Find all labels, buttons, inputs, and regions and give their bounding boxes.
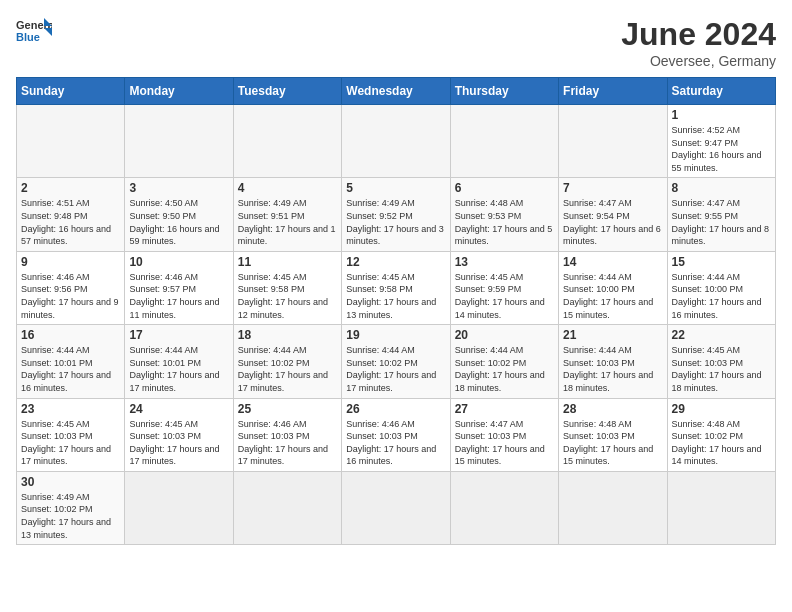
day-info: Sunrise: 4:44 AM Sunset: 10:02 PM Daylig… xyxy=(238,344,337,394)
day-number: 17 xyxy=(129,328,228,342)
day-info: Sunrise: 4:45 AM Sunset: 10:03 PM Daylig… xyxy=(672,344,771,394)
calendar-cell: 14Sunrise: 4:44 AM Sunset: 10:00 PM Dayl… xyxy=(559,251,667,324)
calendar-cell: 9Sunrise: 4:46 AM Sunset: 9:56 PM Daylig… xyxy=(17,251,125,324)
calendar-table: SundayMondayTuesdayWednesdayThursdayFrid… xyxy=(16,77,776,545)
weekday-header-wednesday: Wednesday xyxy=(342,78,450,105)
day-number: 10 xyxy=(129,255,228,269)
calendar-cell: 12Sunrise: 4:45 AM Sunset: 9:58 PM Dayli… xyxy=(342,251,450,324)
calendar-cell: 6Sunrise: 4:48 AM Sunset: 9:53 PM Daylig… xyxy=(450,178,558,251)
weekday-header-sunday: Sunday xyxy=(17,78,125,105)
day-number: 27 xyxy=(455,402,554,416)
calendar-cell xyxy=(450,105,558,178)
day-info: Sunrise: 4:46 AM Sunset: 9:56 PM Dayligh… xyxy=(21,271,120,321)
day-info: Sunrise: 4:49 AM Sunset: 10:02 PM Daylig… xyxy=(21,491,120,541)
calendar-cell: 2Sunrise: 4:51 AM Sunset: 9:48 PM Daylig… xyxy=(17,178,125,251)
day-number: 1 xyxy=(672,108,771,122)
day-info: Sunrise: 4:44 AM Sunset: 10:03 PM Daylig… xyxy=(563,344,662,394)
weekday-header-friday: Friday xyxy=(559,78,667,105)
day-number: 18 xyxy=(238,328,337,342)
day-number: 12 xyxy=(346,255,445,269)
title-block: June 2024 Oeversee, Germany xyxy=(621,16,776,69)
week-row-4: 16Sunrise: 4:44 AM Sunset: 10:01 PM Dayl… xyxy=(17,325,776,398)
day-number: 3 xyxy=(129,181,228,195)
calendar-cell: 19Sunrise: 4:44 AM Sunset: 10:02 PM Dayl… xyxy=(342,325,450,398)
calendar-cell: 25Sunrise: 4:46 AM Sunset: 10:03 PM Dayl… xyxy=(233,398,341,471)
day-info: Sunrise: 4:48 AM Sunset: 10:02 PM Daylig… xyxy=(672,418,771,468)
logo: General Blue xyxy=(16,16,52,44)
day-info: Sunrise: 4:44 AM Sunset: 10:02 PM Daylig… xyxy=(455,344,554,394)
day-info: Sunrise: 4:45 AM Sunset: 9:58 PM Dayligh… xyxy=(346,271,445,321)
page-header: General Blue June 2024 Oeversee, Germany xyxy=(16,16,776,69)
day-number: 24 xyxy=(129,402,228,416)
week-row-3: 9Sunrise: 4:46 AM Sunset: 9:56 PM Daylig… xyxy=(17,251,776,324)
svg-text:Blue: Blue xyxy=(16,31,40,43)
calendar-cell: 18Sunrise: 4:44 AM Sunset: 10:02 PM Dayl… xyxy=(233,325,341,398)
week-row-6: 30Sunrise: 4:49 AM Sunset: 10:02 PM Dayl… xyxy=(17,471,776,544)
day-info: Sunrise: 4:46 AM Sunset: 10:03 PM Daylig… xyxy=(238,418,337,468)
calendar-cell: 8Sunrise: 4:47 AM Sunset: 9:55 PM Daylig… xyxy=(667,178,775,251)
day-number: 23 xyxy=(21,402,120,416)
day-number: 9 xyxy=(21,255,120,269)
calendar-cell: 26Sunrise: 4:46 AM Sunset: 10:03 PM Dayl… xyxy=(342,398,450,471)
calendar-cell xyxy=(559,105,667,178)
calendar-cell: 24Sunrise: 4:45 AM Sunset: 10:03 PM Dayl… xyxy=(125,398,233,471)
day-number: 5 xyxy=(346,181,445,195)
day-info: Sunrise: 4:44 AM Sunset: 10:01 PM Daylig… xyxy=(129,344,228,394)
day-number: 30 xyxy=(21,475,120,489)
day-number: 19 xyxy=(346,328,445,342)
day-info: Sunrise: 4:52 AM Sunset: 9:47 PM Dayligh… xyxy=(672,124,771,174)
weekday-header-tuesday: Tuesday xyxy=(233,78,341,105)
calendar-cell: 29Sunrise: 4:48 AM Sunset: 10:02 PM Dayl… xyxy=(667,398,775,471)
day-info: Sunrise: 4:47 AM Sunset: 9:55 PM Dayligh… xyxy=(672,197,771,247)
month-title: June 2024 xyxy=(621,16,776,53)
calendar-cell: 10Sunrise: 4:46 AM Sunset: 9:57 PM Dayli… xyxy=(125,251,233,324)
calendar-cell: 7Sunrise: 4:47 AM Sunset: 9:54 PM Daylig… xyxy=(559,178,667,251)
day-info: Sunrise: 4:45 AM Sunset: 10:03 PM Daylig… xyxy=(129,418,228,468)
day-info: Sunrise: 4:48 AM Sunset: 10:03 PM Daylig… xyxy=(563,418,662,468)
day-number: 15 xyxy=(672,255,771,269)
day-number: 21 xyxy=(563,328,662,342)
calendar-cell: 11Sunrise: 4:45 AM Sunset: 9:58 PM Dayli… xyxy=(233,251,341,324)
day-info: Sunrise: 4:47 AM Sunset: 10:03 PM Daylig… xyxy=(455,418,554,468)
day-info: Sunrise: 4:46 AM Sunset: 10:03 PM Daylig… xyxy=(346,418,445,468)
logo-icon: General Blue xyxy=(16,16,52,44)
weekday-header-monday: Monday xyxy=(125,78,233,105)
calendar-cell: 13Sunrise: 4:45 AM Sunset: 9:59 PM Dayli… xyxy=(450,251,558,324)
weekday-header-saturday: Saturday xyxy=(667,78,775,105)
day-info: Sunrise: 4:51 AM Sunset: 9:48 PM Dayligh… xyxy=(21,197,120,247)
day-info: Sunrise: 4:45 AM Sunset: 10:03 PM Daylig… xyxy=(21,418,120,468)
calendar-cell: 15Sunrise: 4:44 AM Sunset: 10:00 PM Dayl… xyxy=(667,251,775,324)
day-number: 22 xyxy=(672,328,771,342)
svg-marker-3 xyxy=(44,28,52,36)
day-number: 28 xyxy=(563,402,662,416)
day-number: 7 xyxy=(563,181,662,195)
calendar-cell: 1Sunrise: 4:52 AM Sunset: 9:47 PM Daylig… xyxy=(667,105,775,178)
day-info: Sunrise: 4:44 AM Sunset: 10:01 PM Daylig… xyxy=(21,344,120,394)
calendar-cell xyxy=(450,471,558,544)
calendar-cell xyxy=(233,471,341,544)
day-info: Sunrise: 4:46 AM Sunset: 9:57 PM Dayligh… xyxy=(129,271,228,321)
day-info: Sunrise: 4:49 AM Sunset: 9:52 PM Dayligh… xyxy=(346,197,445,247)
day-info: Sunrise: 4:45 AM Sunset: 9:59 PM Dayligh… xyxy=(455,271,554,321)
week-row-2: 2Sunrise: 4:51 AM Sunset: 9:48 PM Daylig… xyxy=(17,178,776,251)
day-info: Sunrise: 4:44 AM Sunset: 10:00 PM Daylig… xyxy=(563,271,662,321)
day-number: 26 xyxy=(346,402,445,416)
calendar-cell xyxy=(125,471,233,544)
location-label: Oeversee, Germany xyxy=(621,53,776,69)
calendar-cell: 4Sunrise: 4:49 AM Sunset: 9:51 PM Daylig… xyxy=(233,178,341,251)
calendar-cell: 17Sunrise: 4:44 AM Sunset: 10:01 PM Dayl… xyxy=(125,325,233,398)
day-info: Sunrise: 4:44 AM Sunset: 10:00 PM Daylig… xyxy=(672,271,771,321)
day-info: Sunrise: 4:48 AM Sunset: 9:53 PM Dayligh… xyxy=(455,197,554,247)
calendar-cell xyxy=(125,105,233,178)
week-row-1: 1Sunrise: 4:52 AM Sunset: 9:47 PM Daylig… xyxy=(17,105,776,178)
calendar-cell: 3Sunrise: 4:50 AM Sunset: 9:50 PM Daylig… xyxy=(125,178,233,251)
calendar-cell: 30Sunrise: 4:49 AM Sunset: 10:02 PM Dayl… xyxy=(17,471,125,544)
calendar-cell xyxy=(667,471,775,544)
day-number: 11 xyxy=(238,255,337,269)
calendar-cell xyxy=(342,105,450,178)
day-number: 25 xyxy=(238,402,337,416)
calendar-cell: 21Sunrise: 4:44 AM Sunset: 10:03 PM Dayl… xyxy=(559,325,667,398)
calendar-cell xyxy=(233,105,341,178)
calendar-cell: 28Sunrise: 4:48 AM Sunset: 10:03 PM Dayl… xyxy=(559,398,667,471)
day-number: 13 xyxy=(455,255,554,269)
